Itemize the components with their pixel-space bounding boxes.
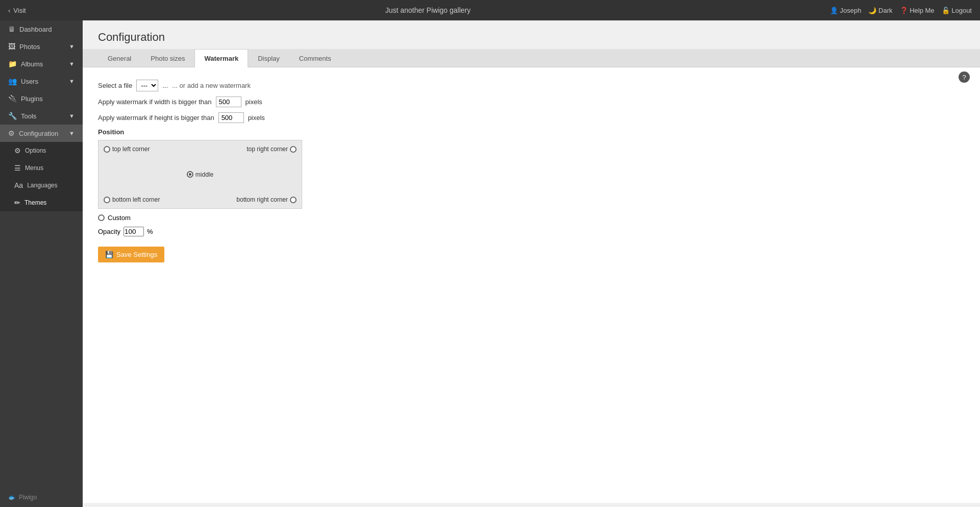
topbar: ‹ Visit Just another Piwigo gallery 👤 Jo…	[0, 0, 980, 20]
topbar-right: 👤 Joseph 🌙 Dark ❓ Help Me 🔓 Logout	[830, 7, 972, 14]
tab-photo-sizes[interactable]: Photo sizes	[141, 49, 194, 67]
height-label: Apply watermark if height is bigger than	[98, 114, 214, 122]
sidebar-item-label: Themes	[24, 199, 46, 206]
page-title: Configuration	[98, 31, 965, 44]
sidebar-item-label: Dashboard	[19, 26, 52, 33]
languages-icon: Aa	[14, 181, 23, 189]
custom-label: Custom	[108, 214, 131, 222]
sidebar-item-users[interactable]: 👥 Users ▼	[0, 73, 83, 90]
pos-middle-label: middle	[195, 171, 213, 178]
width-label: Apply watermark if width is bigger than	[98, 98, 212, 106]
chevron-down-icon: ▼	[69, 130, 75, 136]
position-top-left[interactable]: top left corner	[104, 146, 150, 153]
chevron-down-icon: ▼	[69, 61, 75, 67]
or-text: ...	[162, 82, 168, 89]
photos-icon: 🖼	[8, 42, 15, 51]
opacity-row: Opacity %	[98, 227, 965, 236]
sidebar-item-label: Tools	[21, 112, 36, 120]
topbar-center: Just another Piwigo gallery	[385, 6, 471, 14]
chevron-down-icon: ▼	[69, 43, 75, 50]
select-file-label: Select a file	[98, 82, 132, 89]
sidebar-item-languages[interactable]: Aa Languages	[0, 177, 83, 194]
opacity-label: Opacity	[98, 228, 120, 235]
position-top-right[interactable]: top right corner	[247, 146, 297, 153]
sidebar-item-label: Configuration	[19, 130, 58, 137]
sidebar: 🖥 Dashboard 🖼 Photos ▼ 📁 Albums ▼ 👥 User…	[0, 20, 83, 507]
position-bottom-right[interactable]: bottom right corner	[236, 196, 297, 203]
height-row: Apply watermark if height is bigger than…	[98, 112, 965, 123]
piwigo-logo-text: Piwigo	[19, 494, 37, 501]
radio-custom[interactable]	[98, 214, 105, 221]
user-icon: 👤	[830, 7, 838, 14]
position-bottom-left[interactable]: bottom left corner	[104, 196, 160, 203]
help-icon: ❓	[900, 7, 908, 14]
configuration-icon: ⚙	[8, 129, 15, 137]
tab-watermark[interactable]: Watermark	[194, 49, 248, 67]
help-link[interactable]: ❓ Help Me	[900, 7, 935, 14]
moon-icon: 🌙	[868, 7, 876, 14]
sidebar-item-tools[interactable]: 🔧 Tools ▼	[0, 107, 83, 125]
page-header: Configuration	[83, 20, 980, 49]
tabs: General Photo sizes Watermark Display Co…	[83, 49, 980, 67]
logout-icon: 🔓	[942, 7, 950, 14]
save-settings-button[interactable]: 💾 Save Settings	[98, 247, 164, 262]
position-label: Position	[98, 128, 965, 136]
visit-link[interactable]: Visit	[13, 7, 26, 14]
sidebar-item-dashboard[interactable]: 🖥 Dashboard	[0, 20, 83, 38]
layout: 🖥 Dashboard 🖼 Photos ▼ 📁 Albums ▼ 👥 User…	[0, 20, 980, 507]
sidebar-footer: 🐟 Piwigo	[0, 488, 83, 507]
file-select[interactable]: ---	[136, 80, 158, 91]
albums-icon: 📁	[8, 60, 17, 68]
sidebar-item-plugins[interactable]: 🔌 Plugins	[0, 90, 83, 107]
users-icon: 👥	[8, 77, 17, 85]
pos-bl-label: bottom left corner	[112, 196, 160, 203]
sidebar-item-label: Menus	[25, 164, 43, 172]
user-name[interactable]: 👤 Joseph	[830, 7, 862, 14]
pos-br-label: bottom right corner	[236, 196, 288, 203]
radio-middle	[187, 171, 193, 178]
width-unit: pixels	[246, 98, 262, 106]
opacity-input[interactable]	[124, 227, 144, 236]
main-content: Configuration General Photo sizes Waterm…	[83, 20, 980, 507]
sidebar-item-configuration[interactable]: ⚙ Configuration ▼	[0, 125, 83, 142]
sidebar-item-menus[interactable]: ☰ Menus	[0, 159, 83, 177]
tab-display[interactable]: Display	[248, 49, 289, 67]
sidebar-submenu: ⚙ Options ☰ Menus Aa Languages ✏ Themes	[0, 142, 83, 211]
theme-toggle[interactable]: 🌙 Dark	[868, 7, 892, 14]
sidebar-item-options[interactable]: ⚙ Options	[0, 142, 83, 159]
logout-link[interactable]: 🔓 Logout	[942, 7, 972, 14]
height-input[interactable]	[218, 112, 244, 123]
topbar-left: ‹ Visit	[8, 7, 26, 14]
plugins-icon: 🔌	[8, 94, 17, 103]
position-grid: top left corner top right corner middle …	[98, 140, 302, 209]
menus-icon: ☰	[14, 164, 21, 172]
dashboard-icon: 🖥	[8, 25, 15, 33]
chevron-down-icon: ▼	[69, 78, 75, 84]
sidebar-item-photos[interactable]: 🖼 Photos ▼	[0, 38, 83, 55]
options-icon: ⚙	[14, 147, 21, 155]
tools-icon: 🔧	[8, 112, 17, 120]
sidebar-item-themes[interactable]: ✏ Themes	[0, 194, 83, 211]
tab-comments[interactable]: Comments	[289, 49, 341, 67]
select-file-row: Select a file --- ... ... or add a new w…	[98, 80, 965, 91]
save-icon: 💾	[105, 251, 113, 258]
width-input[interactable]	[216, 96, 241, 107]
piwigo-logo-icon: 🐟	[8, 494, 16, 501]
opacity-unit: %	[147, 228, 153, 235]
visit-chevron-icon: ‹	[8, 7, 10, 14]
sidebar-item-albums[interactable]: 📁 Albums ▼	[0, 55, 83, 73]
save-label: Save Settings	[116, 251, 157, 258]
site-title: Just another Piwigo gallery	[385, 6, 471, 14]
chevron-down-icon: ▼	[69, 113, 75, 119]
sidebar-item-label: Photos	[19, 43, 40, 51]
sidebar-item-label: Albums	[21, 60, 43, 68]
pos-tl-label: top left corner	[112, 146, 150, 153]
help-circle-icon[interactable]: ?	[959, 71, 970, 83]
radio-bottom-right	[290, 197, 297, 203]
width-row: Apply watermark if width is bigger than …	[98, 96, 965, 107]
content-area: Select a file --- ... ... or add a new w…	[83, 67, 980, 503]
position-middle[interactable]: middle	[187, 171, 213, 178]
custom-row: Custom	[98, 214, 965, 222]
add-watermark-link[interactable]: ... or add a new watermark	[172, 82, 251, 89]
tab-general[interactable]: General	[98, 49, 141, 67]
